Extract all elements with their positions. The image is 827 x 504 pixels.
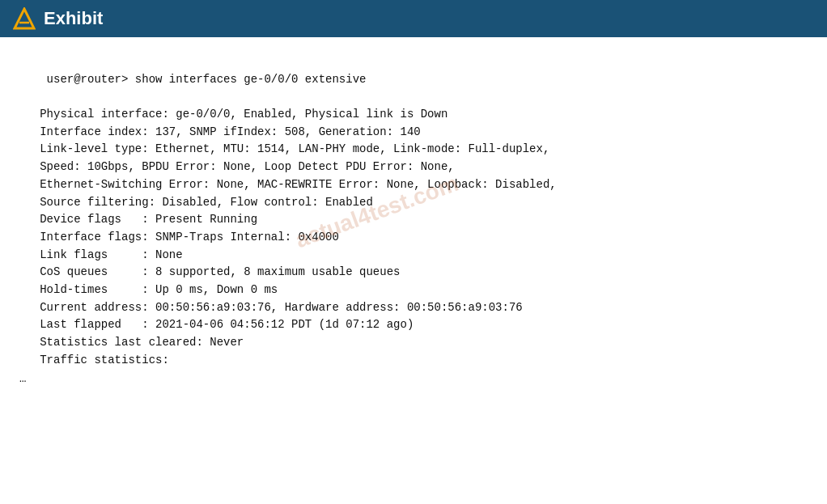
terminal-line: CoS queues : 8 supported, 8 maximum usab… bbox=[19, 264, 808, 282]
terminal-line: Last flapped : 2021-04-06 04:56:12 PDT (… bbox=[19, 316, 808, 334]
terminal-line: Hold-times : Up 0 ms, Down 0 ms bbox=[19, 282, 808, 299]
terminal-line: Traffic statistics: bbox=[19, 352, 808, 370]
terminal-line: Current address: 00:50:56:a9:03:76, Hard… bbox=[19, 299, 808, 317]
terminal-line: Device flags : Present Running bbox=[19, 211, 808, 229]
exhibit-logo bbox=[13, 7, 36, 30]
terminal-output: user@router> show interfaces ge-0/0/0 ex… bbox=[19, 53, 808, 106]
terminal-line: Interface index: 137, SNMP ifIndex: 508,… bbox=[19, 124, 808, 142]
terminal-lines: Physical interface: ge-0/0/0, Enabled, P… bbox=[19, 106, 808, 369]
terminal-line: Physical interface: ge-0/0/0, Enabled, P… bbox=[19, 106, 808, 124]
header-title: Exhibit bbox=[44, 8, 103, 29]
terminal-line: Speed: 10Gbps, BPDU Error: None, Loop De… bbox=[19, 159, 808, 176]
terminal-line: Statistics last cleared: Never bbox=[19, 334, 808, 352]
header: Exhibit bbox=[0, 0, 827, 37]
terminal-command: user@router> show interfaces ge-0/0/0 ex… bbox=[47, 73, 367, 86]
content-area: actual4test.com user@router> show interf… bbox=[0, 37, 827, 504]
terminal-line: Interface flags: SNMP-Traps Internal: 0x… bbox=[19, 229, 808, 247]
terminal-line: Source filtering: Disabled, Flow control… bbox=[19, 194, 808, 212]
terminal-ellipsis: … bbox=[19, 372, 808, 385]
svg-marker-0 bbox=[15, 9, 34, 28]
terminal-line: Link-level type: Ethernet, MTU: 1514, LA… bbox=[19, 141, 808, 159]
terminal-line: Link flags : None bbox=[19, 247, 808, 265]
terminal-line: Ethernet-Switching Error: None, MAC-REWR… bbox=[19, 176, 808, 194]
